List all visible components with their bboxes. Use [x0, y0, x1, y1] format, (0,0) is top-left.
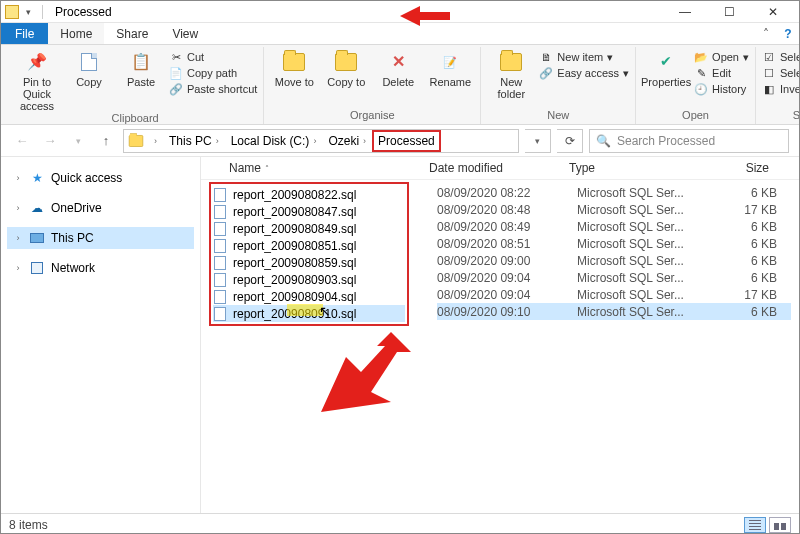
easy-access-button[interactable]: 🔗Easy access ▾	[539, 66, 629, 80]
search-placeholder: Search Processed	[617, 134, 715, 148]
file-row[interactable]: report_2009080849.sql	[213, 220, 405, 237]
breadcrumb-thispc[interactable]: This PC›	[163, 130, 225, 152]
file-icon	[213, 188, 227, 202]
file-row[interactable]: report_2009080851.sql	[213, 237, 405, 254]
pin-label: Pin to Quick access	[13, 76, 61, 112]
delete-button[interactable]: ✕ Delete	[374, 49, 422, 88]
breadcrumb-localdisk[interactable]: Local Disk (C:)›	[225, 130, 323, 152]
delete-icon: ✕	[385, 49, 411, 75]
file-size: 17 KB	[707, 288, 777, 302]
maximize-button[interactable]: ☐	[707, 1, 751, 23]
rename-button[interactable]: 📝 Rename	[426, 49, 474, 88]
cut-button[interactable]: ✂Cut	[169, 50, 257, 64]
copy-path-button[interactable]: 📄Copy path	[169, 66, 257, 80]
col-size[interactable]: Size	[699, 161, 769, 175]
tab-share[interactable]: Share	[104, 23, 160, 44]
qat-dropdown-icon[interactable]: ▾	[23, 7, 34, 17]
window-title: Processed	[51, 5, 112, 19]
file-row[interactable]: report_2009080904.sql	[213, 288, 405, 305]
collapse-ribbon-icon[interactable]: ˄	[755, 23, 777, 44]
file-row[interactable]: report_2009080822.sql	[213, 186, 405, 203]
sidebar-network[interactable]: ›Network	[7, 257, 194, 279]
sidebar-quick-access[interactable]: ›★Quick access	[7, 167, 194, 189]
file-list[interactable]: Name˄ Date modified Type Size report_200…	[201, 157, 799, 513]
file-name: report_2009080903.sql	[233, 273, 356, 287]
file-row[interactable]: report_2009080847.sql	[213, 203, 405, 220]
select-all-button[interactable]: ☑Select all	[762, 50, 800, 64]
status-item-count: 8 items	[9, 518, 48, 532]
group-organise-label: Organise	[270, 109, 474, 124]
tab-view[interactable]: View	[160, 23, 210, 44]
file-name: report_2009080822.sql	[233, 188, 356, 202]
paste-shortcut-button[interactable]: 🔗Paste shortcut	[169, 82, 257, 96]
file-icon	[213, 273, 227, 287]
nav-recent-dropdown[interactable]: ▾	[67, 130, 89, 152]
file-row[interactable]: report_2009080859.sql	[213, 254, 405, 271]
minimize-button[interactable]: —	[663, 1, 707, 23]
group-new-label: New	[487, 109, 629, 124]
file-size: 6 KB	[707, 220, 777, 234]
move-to-button[interactable]: Move to	[270, 49, 318, 88]
tab-home[interactable]: Home	[48, 23, 104, 44]
annotation-box: report_2009080822.sqlreport_2009080847.s…	[209, 182, 409, 326]
file-row-meta: 08/09/2020 09:00Microsoft SQL Ser...6 KB	[437, 252, 791, 269]
col-date[interactable]: Date modified	[429, 161, 569, 175]
breadcrumb[interactable]: › This PC› Local Disk (C:)› Ozeki› Proce…	[123, 129, 519, 153]
help-icon[interactable]: ?	[777, 23, 799, 44]
paste-button[interactable]: 📋 Paste	[117, 49, 165, 88]
close-button[interactable]: ✕	[751, 1, 795, 23]
refresh-button[interactable]: ⟳	[557, 129, 583, 153]
breadcrumb-root[interactable]: ›	[148, 130, 163, 152]
file-size: 17 KB	[707, 203, 777, 217]
sidebar-this-pc[interactable]: ›This PC	[7, 227, 194, 249]
invert-selection-button[interactable]: ◧Invert selection	[762, 82, 800, 96]
view-large-icons-button[interactable]	[769, 517, 791, 533]
pin-icon: 📌	[24, 49, 50, 75]
file-date: 08/09/2020 08:48	[437, 203, 577, 217]
navigation-pane: ›★Quick access ›☁OneDrive ›This PC ›Netw…	[1, 157, 201, 513]
pin-to-quick-access-button[interactable]: 📌 Pin to Quick access	[13, 49, 61, 112]
view-details-button[interactable]	[744, 517, 766, 533]
breadcrumb-processed[interactable]: Processed	[372, 130, 441, 152]
separator	[42, 5, 43, 19]
ribbon-tabs: File Home Share View ˄ ?	[1, 23, 799, 45]
cut-icon: ✂	[169, 50, 183, 64]
details-view-icon	[749, 520, 761, 530]
copy-label: Copy	[76, 76, 102, 88]
sort-indicator-icon: ˄	[265, 164, 269, 173]
search-input[interactable]: 🔍 Search Processed	[589, 129, 789, 153]
select-none-button[interactable]: ☐Select none	[762, 66, 800, 80]
file-date: 08/09/2020 08:22	[437, 186, 577, 200]
edit-button[interactable]: ✎Edit	[694, 66, 749, 80]
move-to-icon	[281, 49, 307, 75]
new-item-icon: 🗎	[539, 50, 553, 64]
new-folder-button[interactable]: New folder	[487, 49, 535, 100]
paste-label: Paste	[127, 76, 155, 88]
open-button[interactable]: 📂Open ▾	[694, 50, 749, 64]
nav-up-button[interactable]: ↑	[95, 130, 117, 152]
file-date: 08/09/2020 09:04	[437, 288, 577, 302]
col-type[interactable]: Type	[569, 161, 699, 175]
properties-button[interactable]: ✔︎ Properties	[642, 49, 690, 88]
file-icon	[213, 307, 227, 321]
file-row[interactable]: report_2009080903.sql	[213, 271, 405, 288]
new-item-button[interactable]: 🗎New item ▾	[539, 50, 629, 64]
sidebar-onedrive[interactable]: ›☁OneDrive	[7, 197, 194, 219]
address-history-dropdown[interactable]: ▾	[525, 129, 551, 153]
copy-to-button[interactable]: Copy to	[322, 49, 370, 88]
nav-back-button[interactable]: ←	[11, 130, 33, 152]
file-icon	[213, 256, 227, 270]
paste-shortcut-icon: 🔗	[169, 82, 183, 96]
file-row[interactable]: report_2009080910.sql	[213, 305, 405, 322]
file-size: 6 KB	[707, 271, 777, 285]
file-menu[interactable]: File	[1, 23, 48, 44]
file-name: report_2009080851.sql	[233, 239, 356, 253]
group-select-label: Select	[762, 109, 800, 124]
copy-button[interactable]: Copy	[65, 49, 113, 88]
file-name: report_2009080849.sql	[233, 222, 356, 236]
nav-forward-button[interactable]: →	[39, 130, 61, 152]
history-button[interactable]: 🕘History	[694, 82, 749, 96]
col-name[interactable]: Name˄	[209, 161, 429, 175]
breadcrumb-ozeki[interactable]: Ozeki›	[322, 130, 372, 152]
svg-marker-1	[321, 332, 411, 412]
